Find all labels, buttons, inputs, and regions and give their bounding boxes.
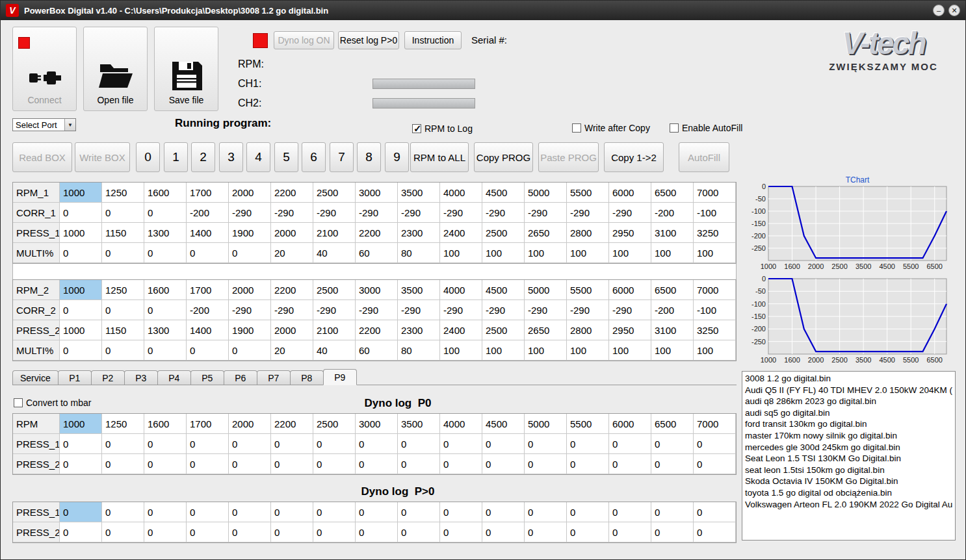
tab-service[interactable]: Service xyxy=(12,370,59,385)
table-cell[interactable]: -290 xyxy=(440,300,482,320)
table-cell[interactable]: 100 xyxy=(567,243,609,263)
table-cell[interactable]: 5000 xyxy=(525,183,567,203)
table-cell[interactable]: 0 xyxy=(567,454,609,474)
table-cell[interactable]: 0 xyxy=(144,300,187,320)
table-cell[interactable]: -290 xyxy=(609,203,651,223)
minimize-button[interactable]: – xyxy=(933,5,945,16)
table-cell[interactable]: 0 xyxy=(313,434,356,454)
table-cell[interactable]: 0 xyxy=(229,340,271,361)
table-cell[interactable]: 1250 xyxy=(102,280,144,300)
table-cell[interactable]: 100 xyxy=(694,340,736,361)
table-cell[interactable]: 2400 xyxy=(440,320,482,340)
file-list-item[interactable]: Seat Leon 1.5 TSI 130KM Go Digital.bin xyxy=(745,453,952,465)
table-cell[interactable]: 0 xyxy=(609,522,651,542)
table-cell[interactable]: 1250 xyxy=(102,183,144,203)
digit-button-2[interactable]: 2 xyxy=(191,142,215,172)
table-cell[interactable]: -100 xyxy=(694,300,736,320)
table-cell[interactable]: 4000 xyxy=(440,414,482,434)
table-cell[interactable]: 2650 xyxy=(525,320,567,340)
table-cell[interactable]: 2950 xyxy=(609,223,651,243)
reset-log-button[interactable]: Reset log P>0 xyxy=(338,31,399,49)
table-cell[interactable]: 100 xyxy=(609,340,651,361)
table-cell[interactable]: 1400 xyxy=(187,223,229,243)
open-file-button[interactable]: Open file xyxy=(83,27,148,111)
tab-p1[interactable]: P1 xyxy=(58,370,92,385)
table-cell[interactable]: -200 xyxy=(187,203,229,223)
table-cell[interactable]: 1700 xyxy=(187,414,229,434)
table-cell[interactable]: 0 xyxy=(356,522,398,542)
table-cell[interactable]: -290 xyxy=(398,300,440,320)
table-cell[interactable]: 2000 xyxy=(271,223,313,243)
table-cell[interactable]: 1700 xyxy=(187,280,229,300)
table-cell[interactable]: -290 xyxy=(398,203,440,223)
table-cell[interactable]: 0 xyxy=(102,243,144,263)
paste-prog-button[interactable]: Paste PROG xyxy=(538,142,599,172)
table-cell[interactable]: 5500 xyxy=(567,414,609,434)
table-cell[interactable]: 0 xyxy=(482,522,525,542)
table-cell[interactable]: 3000 xyxy=(356,280,398,300)
instruction-button[interactable]: Instruction xyxy=(404,31,462,49)
table-cell[interactable]: 4000 xyxy=(440,280,482,300)
tab-p4[interactable]: P4 xyxy=(157,370,191,385)
table-cell[interactable]: 1300 xyxy=(144,223,187,243)
table-cell[interactable]: 0 xyxy=(102,300,144,320)
table-cell[interactable]: 0 xyxy=(60,340,102,361)
table-cell[interactable]: 100 xyxy=(567,340,609,361)
table-cell[interactable]: 0 xyxy=(313,502,356,522)
table-cell[interactable]: 0 xyxy=(694,454,736,474)
file-list-item[interactable]: master 170km nowy silnik go digital.bin xyxy=(745,430,952,442)
table-cell[interactable]: 20 xyxy=(271,340,313,361)
table-cell[interactable]: 3000 xyxy=(356,183,398,203)
table-cell[interactable]: 0 xyxy=(313,522,356,542)
table-cell[interactable]: -290 xyxy=(356,203,398,223)
file-list-item[interactable]: Audi Q5 II (FY FL) 40 TDI MHEV 2.0 150kW… xyxy=(745,385,952,396)
table-cell[interactable]: 7000 xyxy=(694,183,736,203)
table-cell[interactable]: 0 xyxy=(102,434,144,454)
table-cell[interactable]: -290 xyxy=(440,203,482,223)
table-cell[interactable]: 2800 xyxy=(567,320,609,340)
table-cell[interactable]: 2200 xyxy=(271,414,313,434)
table-cell[interactable]: 2200 xyxy=(271,183,313,203)
table-cell[interactable]: 0 xyxy=(398,502,440,522)
table-cell[interactable]: 2650 xyxy=(525,223,567,243)
table-cell[interactable]: 80 xyxy=(398,340,440,361)
table-cell[interactable]: 1150 xyxy=(102,223,144,243)
table-cell[interactable]: 0 xyxy=(651,434,694,454)
table-cell[interactable]: 0 xyxy=(525,434,567,454)
table-cell[interactable]: 3000 xyxy=(356,414,398,434)
table-cell[interactable]: 0 xyxy=(60,203,102,223)
table-cell[interactable]: 2500 xyxy=(313,183,356,203)
table-cell[interactable]: 0 xyxy=(694,434,736,454)
table-cell[interactable]: -200 xyxy=(651,300,694,320)
table-cell[interactable]: 0 xyxy=(102,502,144,522)
table-cell[interactable]: 0 xyxy=(694,502,736,522)
table-cell[interactable]: 0 xyxy=(144,434,187,454)
table-cell[interactable]: 100 xyxy=(482,243,525,263)
table-cell[interactable]: 0 xyxy=(482,434,525,454)
table-cell[interactable]: 7000 xyxy=(694,280,736,300)
table-cell[interactable]: 1000 xyxy=(60,183,102,203)
close-button[interactable]: ✕ xyxy=(948,5,960,16)
table-cell[interactable]: 0 xyxy=(187,340,229,361)
table-cell[interactable]: 0 xyxy=(187,243,229,263)
tab-p2[interactable]: P2 xyxy=(91,370,125,385)
table-cell[interactable]: 0 xyxy=(567,434,609,454)
table-cell[interactable]: 0 xyxy=(440,434,482,454)
table-cell[interactable]: 7000 xyxy=(694,414,736,434)
table-cell[interactable]: 0 xyxy=(271,522,313,542)
table-cell[interactable]: 6000 xyxy=(609,414,651,434)
table-cell[interactable]: 0 xyxy=(482,502,525,522)
file-list-item[interactable]: mercedes gle 300d 245km go digital.bin xyxy=(745,442,952,453)
table-cell[interactable]: 100 xyxy=(525,340,567,361)
table-cell[interactable]: 1000 xyxy=(60,280,102,300)
table-cell[interactable]: 0 xyxy=(144,454,187,474)
table-cell[interactable]: 2500 xyxy=(313,280,356,300)
table-cell[interactable]: 0 xyxy=(187,434,229,454)
table-cell[interactable]: 0 xyxy=(440,502,482,522)
file-list-item[interactable]: audi sq5 go digital.bin xyxy=(745,407,952,419)
table-cell[interactable]: -290 xyxy=(313,203,356,223)
file-list-item[interactable]: seat leon 1.5tsi 150km go digital.bin xyxy=(745,465,952,476)
enable-autofill-checkbox[interactable]: Enable AutoFill xyxy=(670,123,742,133)
table-cell[interactable]: 2000 xyxy=(229,414,271,434)
table-cell[interactable]: 0 xyxy=(609,454,651,474)
